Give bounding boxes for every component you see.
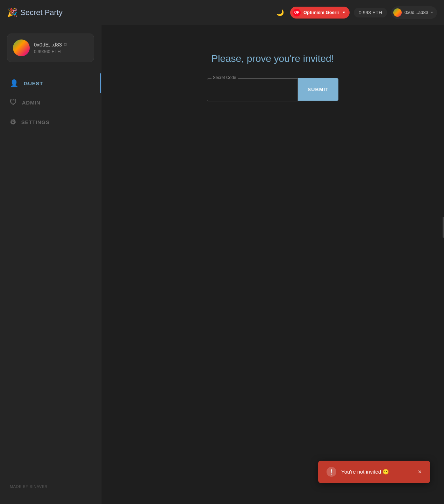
sidebar-footer: MADE BY SINAVER <box>0 477 101 496</box>
toast-notification: ❕ You're not invited 😶 × <box>318 461 430 483</box>
wallet-button[interactable]: 0x0d...ad83 ▾ <box>391 6 437 19</box>
footer-text: MADE BY SINAVER <box>10 484 48 489</box>
copy-icon[interactable]: ⧉ <box>64 42 67 48</box>
secret-code-field-wrapper: Secret Code <box>207 78 298 101</box>
sidebar-item-admin[interactable]: 🛡 ADMIN <box>0 93 101 112</box>
person-icon: 👤 <box>10 79 19 87</box>
scrollbar <box>443 217 444 238</box>
account-balance: 0.99360 ETH <box>34 49 67 54</box>
network-selector-button[interactable]: OP Optimism Goerli ▾ <box>290 7 350 19</box>
account-address: 0x0dE...d83 ⧉ <box>34 42 67 48</box>
secret-code-label: Secret Code <box>212 75 238 80</box>
logo-text: Secret Party <box>20 8 63 17</box>
toast-message: You're not invited 😶 <box>341 469 413 475</box>
wallet-chevron-icon: ▾ <box>431 10 433 14</box>
admin-label: ADMIN <box>22 100 41 106</box>
shield-icon: 🛡 <box>10 99 17 107</box>
account-card: 0x0dE...d83 ⧉ 0.99360 ETH <box>7 34 94 62</box>
avatar <box>13 39 30 56</box>
eth-balance: 0.993 ETH <box>354 8 387 17</box>
secret-code-form: Secret Code SUBMIT <box>207 78 338 101</box>
main-content: Please, prove you're invited! Secret Cod… <box>101 25 444 504</box>
chevron-down-icon: ▾ <box>343 10 345 14</box>
submit-button[interactable]: SUBMIT <box>298 78 338 101</box>
moon-icon: 🌙 <box>276 9 284 16</box>
address-text: 0x0dE...d83 <box>34 42 62 48</box>
toast-warning-icon: ❕ <box>327 467 336 477</box>
header-right: 🌙 OP Optimism Goerli ▾ 0.993 ETH 0x0d...… <box>274 6 437 19</box>
account-info: 0x0dE...d83 ⧉ 0.99360 ETH <box>34 42 67 54</box>
wallet-avatar <box>393 8 402 17</box>
theme-toggle-button[interactable]: 🌙 <box>274 7 286 19</box>
logo-emoji: 🎉 <box>7 8 17 17</box>
gear-icon: ⚙ <box>10 118 16 126</box>
sidebar: 0x0dE...d83 ⧉ 0.99360 ETH 👤 GUEST 🛡 ADMI… <box>0 25 101 504</box>
header: 🎉 Secret Party 🌙 OP Optimism Goerli ▾ 0.… <box>0 0 444 25</box>
main-layout: 0x0dE...d83 ⧉ 0.99360 ETH 👤 GUEST 🛡 ADMI… <box>0 25 444 504</box>
guest-label: GUEST <box>24 80 43 86</box>
secret-code-input[interactable] <box>207 79 298 101</box>
settings-label: SETTINGS <box>21 119 50 125</box>
sidebar-item-settings[interactable]: ⚙ SETTINGS <box>0 112 101 132</box>
wallet-address: 0x0d...ad83 <box>404 10 428 15</box>
sidebar-item-guest[interactable]: 👤 GUEST <box>0 73 101 93</box>
network-label: Optimism Goerli <box>303 10 339 15</box>
logo: 🎉 Secret Party <box>7 8 108 17</box>
page-heading: Please, prove you're invited! <box>212 53 334 64</box>
toast-close-button[interactable]: × <box>418 468 422 476</box>
op-network-icon: OP <box>293 9 301 16</box>
